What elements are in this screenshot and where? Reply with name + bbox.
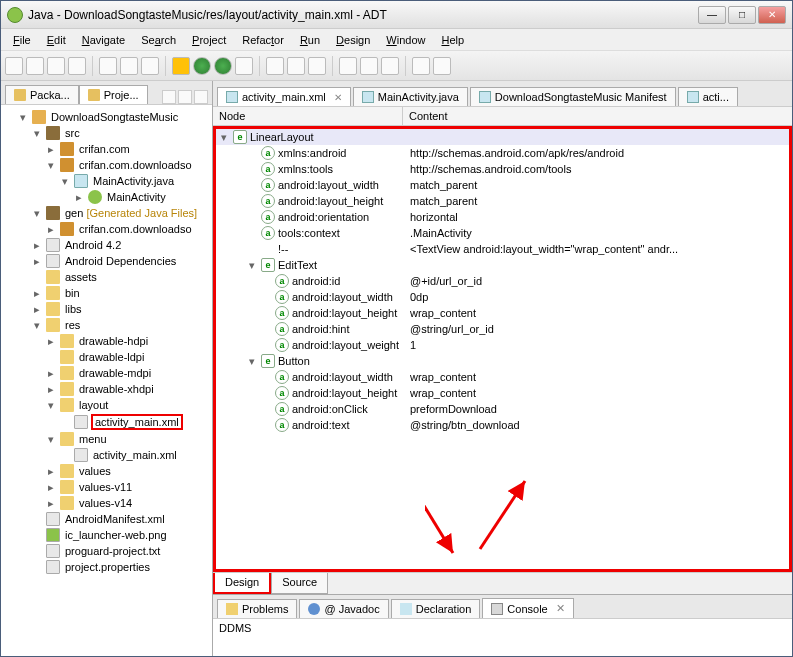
tree-folder-layout[interactable]: ▾layout xyxy=(3,397,210,413)
external-tools-icon[interactable] xyxy=(235,57,253,75)
menu-help[interactable]: Help xyxy=(433,32,472,48)
xml-row[interactable]: aandroid:layout_weight1 xyxy=(216,337,789,353)
expand-icon[interactable]: ▸ xyxy=(45,465,57,478)
tree-folder-menu[interactable]: ▾menu xyxy=(3,431,210,447)
sdk-manager-icon[interactable] xyxy=(99,57,117,75)
print-icon[interactable] xyxy=(68,57,86,75)
tree-file-manifest[interactable]: AndroidManifest.xml xyxy=(3,511,210,527)
collapse-all-icon[interactable] xyxy=(162,90,176,104)
expand-icon[interactable]: ▾ xyxy=(31,127,43,140)
new-class-icon[interactable] xyxy=(308,57,326,75)
expand-icon[interactable]: ▾ xyxy=(45,433,57,446)
expand-icon[interactable]: ▸ xyxy=(31,303,43,316)
project-tree[interactable]: ▾DownloadSongtasteMusic ▾src ▸crifan.com… xyxy=(1,105,212,656)
tree-folder-drawable[interactable]: drawable-ldpi xyxy=(3,349,210,365)
expand-icon[interactable]: ▾ xyxy=(59,175,71,188)
save-icon[interactable] xyxy=(26,57,44,75)
search-icon[interactable] xyxy=(360,57,378,75)
menu-file[interactable]: File xyxy=(5,32,39,48)
xml-row[interactable]: aandroid:layout_width0dp xyxy=(216,289,789,305)
xml-row[interactable]: aandroid:layout_heightmatch_parent xyxy=(216,193,789,209)
editor-tab-more[interactable]: acti... xyxy=(678,87,738,106)
expand-icon[interactable]: ▸ xyxy=(45,335,57,348)
close-icon[interactable]: ✕ xyxy=(556,602,565,615)
xml-row[interactable]: ▾eLinearLayout xyxy=(216,129,789,145)
tree-folder-values11[interactable]: ▸values-v11 xyxy=(3,479,210,495)
tree-android-deps[interactable]: ▸Android Dependencies xyxy=(3,253,210,269)
expand-icon[interactable]: ▸ xyxy=(31,287,43,300)
tree-src[interactable]: ▾src xyxy=(3,125,210,141)
expand-icon[interactable]: ▾ xyxy=(17,111,29,124)
menu-window[interactable]: Window xyxy=(378,32,433,48)
editor-tab-mainactivity[interactable]: MainActivity.java xyxy=(353,87,468,106)
forward-icon[interactable] xyxy=(433,57,451,75)
expand-icon[interactable]: ▸ xyxy=(45,481,57,494)
xml-row[interactable]: aandroid:layout_widthwrap_content xyxy=(216,369,789,385)
minimize-button[interactable]: — xyxy=(698,6,726,24)
tree-folder-values14[interactable]: ▸values-v14 xyxy=(3,495,210,511)
tree-folder-assets[interactable]: assets xyxy=(3,269,210,285)
save-all-icon[interactable] xyxy=(47,57,65,75)
tree-folder-res[interactable]: ▾res xyxy=(3,317,210,333)
expand-icon[interactable]: ▾ xyxy=(31,207,43,220)
link-editor-icon[interactable] xyxy=(178,90,192,104)
design-tab[interactable]: Design xyxy=(213,573,271,594)
expand-icon[interactable]: ▸ xyxy=(45,223,57,236)
annotate-icon[interactable] xyxy=(381,57,399,75)
xml-row[interactable]: ▾eEditText xyxy=(216,257,789,273)
tab-declaration[interactable]: Declaration xyxy=(391,599,481,618)
xml-row[interactable]: atools:context.MainActivity xyxy=(216,225,789,241)
menu-run[interactable]: Run xyxy=(292,32,328,48)
tree-file-menu-main[interactable]: activity_main.xml xyxy=(3,447,210,463)
xml-row[interactable]: aandroid:id@+id/url_or_id xyxy=(216,273,789,289)
back-icon[interactable] xyxy=(412,57,430,75)
view-menu-icon[interactable] xyxy=(194,90,208,104)
xml-row[interactable]: axmlns:toolshttp://schemas.android.com/t… xyxy=(216,161,789,177)
open-type-icon[interactable] xyxy=(339,57,357,75)
new-icon[interactable] xyxy=(5,57,23,75)
close-button[interactable]: ✕ xyxy=(758,6,786,24)
expand-icon[interactable]: ▾ xyxy=(246,355,258,368)
tab-problems[interactable]: Problems xyxy=(217,599,297,618)
xml-row[interactable]: aandroid:text@string/btn_download xyxy=(216,417,789,433)
expand-icon[interactable]: ▾ xyxy=(246,259,258,272)
expand-icon[interactable]: ▾ xyxy=(31,319,43,332)
expand-icon[interactable]: ▾ xyxy=(45,159,57,172)
expand-icon[interactable]: ▾ xyxy=(45,399,57,412)
tree-package[interactable]: ▸crifan.com.downloadso xyxy=(3,221,210,237)
xml-row[interactable]: !--<TextView android:layout_width="wrap_… xyxy=(216,241,789,257)
menu-edit[interactable]: Edit xyxy=(39,32,74,48)
source-tab[interactable]: Source xyxy=(271,573,328,594)
tree-java-file[interactable]: ▾MainActivity.java xyxy=(3,173,210,189)
xml-row[interactable]: aandroid:onClickpreformDownload xyxy=(216,401,789,417)
tree-android-lib[interactable]: ▸Android 4.2 xyxy=(3,237,210,253)
tree-file-launcher[interactable]: ic_launcher-web.png xyxy=(3,527,210,543)
expand-icon[interactable]: ▸ xyxy=(31,239,43,252)
xml-row[interactable]: aandroid:layout_heightwrap_content xyxy=(216,305,789,321)
expand-icon[interactable]: ▸ xyxy=(45,497,57,510)
menu-search[interactable]: Search xyxy=(133,32,184,48)
tree-file-activity-main[interactable]: activity_main.xml xyxy=(3,413,210,431)
menu-project[interactable]: Project xyxy=(184,32,234,48)
tab-console[interactable]: Console✕ xyxy=(482,598,573,618)
new-package-icon[interactable] xyxy=(287,57,305,75)
editor-tab-manifest[interactable]: DownloadSongtasteMusic Manifest xyxy=(470,87,676,106)
tree-folder-bin[interactable]: ▸bin xyxy=(3,285,210,301)
tree-class[interactable]: ▸MainActivity xyxy=(3,189,210,205)
menu-refactor[interactable]: Refactor xyxy=(234,32,292,48)
xml-outline-table[interactable]: ▾eLinearLayoutaxmlns:androidhttp://schem… xyxy=(213,126,792,572)
tree-folder-libs[interactable]: ▸libs xyxy=(3,301,210,317)
tree-project-root[interactable]: ▾DownloadSongtasteMusic xyxy=(3,109,210,125)
expand-icon[interactable]: ▸ xyxy=(31,255,43,268)
expand-icon[interactable]: ▸ xyxy=(45,143,57,156)
editor-tab-activity-main[interactable]: activity_main.xml✕ xyxy=(217,87,351,107)
tree-file-projprops[interactable]: project.properties xyxy=(3,559,210,575)
xml-row[interactable]: ▾eButton xyxy=(216,353,789,369)
expand-icon[interactable]: ▸ xyxy=(45,367,57,380)
close-icon[interactable]: ✕ xyxy=(334,92,342,103)
xml-row[interactable]: aandroid:hint@string/url_or_id xyxy=(216,321,789,337)
lint-icon[interactable] xyxy=(141,57,159,75)
tab-javadoc[interactable]: @ Javadoc xyxy=(299,599,388,618)
xml-row[interactable]: aandroid:layout_heightwrap_content xyxy=(216,385,789,401)
maximize-button[interactable]: □ xyxy=(728,6,756,24)
